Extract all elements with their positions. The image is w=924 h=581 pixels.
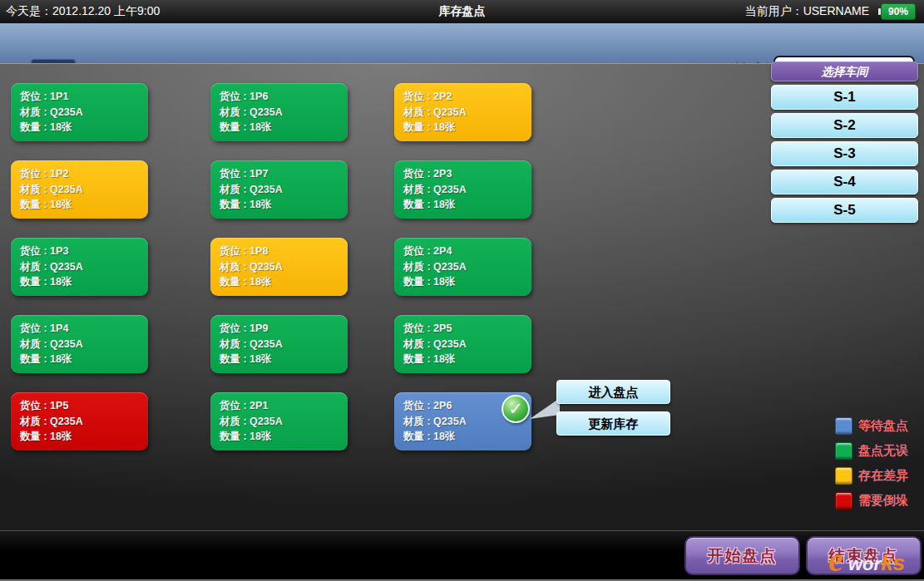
card-line: 货位 : 2P3 (403, 166, 531, 182)
card-line: 数量 : 18张 (403, 429, 531, 445)
inventory-count-screen: 今天是：2012.12.20 上午9:00 库存盘点 当前用户：USERNAME… (0, 0, 924, 581)
storage-card-2P4[interactable]: 货位 : 2P4材质 : Q235A数量 : 18张 (394, 238, 531, 296)
workshop-option-S-1[interactable]: S-1 (771, 85, 918, 110)
storage-card-2P5[interactable]: 货位 : 2P5材质 : Q235A数量 : 18张 (394, 315, 531, 373)
card-line: 货位 : 2P1 (220, 398, 348, 414)
workshop-option-S-4[interactable]: S-4 (771, 170, 918, 194)
legend-row-yellow: 存在差异 (835, 467, 908, 484)
card-line: 数量 : 18张 (403, 120, 531, 135)
storage-card-2P1[interactable]: 货位 : 2P1材质 : Q235A数量 : 18张 (210, 392, 348, 451)
card-line: 数量 : 18张 (220, 274, 348, 290)
card-line: 货位 : 1P5 (20, 398, 148, 414)
card-line: 材质 : Q235A (20, 105, 148, 121)
card-line: 材质 : Q235A (220, 105, 348, 121)
legend-label: 等待盘点 (858, 418, 908, 434)
current-user: 当前用户：USERNAME (745, 4, 869, 19)
legend-swatch-blue (835, 417, 852, 435)
storage-card-1P8[interactable]: 货位 : 1P8材质 : Q235A数量 : 18张 (210, 238, 348, 296)
card-line: 材质 : Q235A (403, 259, 531, 275)
card-line: 材质 : Q235A (20, 182, 148, 198)
workshop-dropdown-header: 选择车间 (771, 62, 918, 81)
storage-card-1P7[interactable]: 货位 : 1P7材质 : Q235A数量 : 18张 (210, 160, 348, 219)
card-line: 材质 : Q235A (220, 414, 348, 430)
context-menu-pointer (530, 398, 560, 421)
card-line: 数量 : 18张 (20, 274, 148, 290)
card-column-1: 货位 : 1P1材质 : Q235A数量 : 18张货位 : 1P2材质 : Q… (11, 83, 148, 470)
card-line: 材质 : Q235A (220, 337, 348, 352)
card-line: 材质 : Q235A (403, 105, 531, 121)
card-line: 数量 : 18张 (403, 274, 531, 290)
storage-card-2P6[interactable]: 货位 : 2P6材质 : Q235A数量 : 18张✓ (394, 392, 531, 451)
storage-card-1P5[interactable]: 货位 : 1P5材质 : Q235A数量 : 18张 (11, 392, 148, 451)
context-menu-item-2[interactable]: 更新库存 (556, 411, 670, 436)
card-line: 数量 : 18张 (20, 120, 148, 135)
legend-swatch-green (835, 442, 852, 460)
card-column-3: 货位 : 2P2材质 : Q235A数量 : 18张货位 : 2P3材质 : Q… (394, 83, 531, 470)
card-line: 货位 : 1P1 (20, 89, 148, 105)
legend-row-green: 盘点无误 (835, 442, 908, 459)
card-line: 材质 : Q235A (20, 259, 148, 275)
legend-row-blue: 等待盘点 (835, 417, 908, 434)
card-column-2: 货位 : 1P6材质 : Q235A数量 : 18张货位 : 1P7材质 : Q… (210, 83, 348, 470)
storage-card-2P2[interactable]: 货位 : 2P2材质 : Q235A数量 : 18张 (394, 83, 531, 141)
card-line: 材质 : Q235A (220, 259, 348, 275)
storage-card-1P2[interactable]: 货位 : 1P2材质 : Q235A数量 : 18张 (11, 160, 148, 219)
context-menu: 进入盘点更新库存 (556, 380, 670, 436)
toolbar: 返回 选择车间 S-1 (0, 23, 924, 63)
legend-label: 盘点无误 (858, 443, 908, 459)
legend-label: 需要倒垛 (858, 493, 908, 509)
workshop-option-S-5[interactable]: S-5 (771, 198, 918, 223)
card-line: 数量 : 18张 (20, 197, 148, 213)
legend-swatch-red (835, 492, 852, 510)
card-line: 材质 : Q235A (20, 414, 148, 430)
card-line: 货位 : 1P9 (220, 321, 348, 337)
legend-label: 存在差异 (858, 468, 908, 484)
card-line: 材质 : Q235A (403, 337, 531, 352)
checked-icon: ✓ (502, 395, 530, 423)
card-line: 数量 : 18张 (220, 352, 348, 367)
card-line: 数量 : 18张 (403, 197, 531, 213)
legend-row-red: 需要倒垛 (835, 492, 908, 509)
storage-card-1P9[interactable]: 货位 : 1P9材质 : Q235A数量 : 18张 (210, 315, 348, 373)
card-line: 货位 : 2P5 (403, 321, 531, 337)
card-line: 数量 : 18张 (220, 120, 348, 135)
card-line: 数量 : 18张 (220, 197, 348, 213)
storage-card-1P1[interactable]: 货位 : 1P1材质 : Q235A数量 : 18张 (11, 83, 148, 141)
card-line: 货位 : 1P3 (20, 244, 148, 259)
status-legend: 等待盘点盘点无误存在差异需要倒垛 (835, 417, 908, 509)
storage-card-1P6[interactable]: 货位 : 1P6材质 : Q235A数量 : 18张 (210, 83, 348, 141)
start-count-button[interactable]: 开始盘点 (684, 536, 800, 575)
card-line: 货位 : 2P2 (403, 89, 531, 105)
workshop-option-S-3[interactable]: S-3 (771, 141, 918, 166)
card-line: 货位 : 1P6 (220, 89, 348, 105)
workshop-dropdown-list: 选择车间 S-1S-2S-3S-4S-5 (771, 62, 918, 223)
storage-card-2P3[interactable]: 货位 : 2P3材质 : Q235A数量 : 18张 (394, 160, 531, 219)
storage-card-1P4[interactable]: 货位 : 1P4材质 : Q235A数量 : 18张 (11, 315, 148, 373)
card-line: 货位 : 2P4 (403, 244, 531, 259)
legend-swatch-yellow (835, 467, 852, 485)
status-bar: 今天是：2012.12.20 上午9:00 库存盘点 当前用户：USERNAME… (0, 0, 924, 23)
end-count-button[interactable]: 结束盘点 (806, 536, 922, 575)
card-line: 货位 : 1P8 (220, 244, 348, 259)
context-menu-item-1[interactable]: 进入盘点 (556, 380, 670, 404)
card-line: 数量 : 18张 (20, 429, 148, 445)
card-line: 货位 : 1P7 (220, 166, 348, 182)
card-line: 材质 : Q235A (220, 182, 348, 198)
storage-card-1P3[interactable]: 货位 : 1P3材质 : Q235A数量 : 18张 (11, 238, 148, 296)
workshop-option-S-2[interactable]: S-2 (771, 113, 918, 138)
battery-icon: 90% (881, 3, 916, 20)
card-line: 货位 : 1P2 (20, 166, 148, 182)
card-line: 材质 : Q235A (20, 337, 148, 352)
card-line: 货位 : 1P4 (20, 321, 148, 337)
card-line: 数量 : 18张 (220, 429, 348, 445)
card-line: 数量 : 18张 (403, 352, 531, 367)
card-line: 数量 : 18张 (20, 352, 148, 367)
card-line: 材质 : Q235A (403, 182, 531, 198)
